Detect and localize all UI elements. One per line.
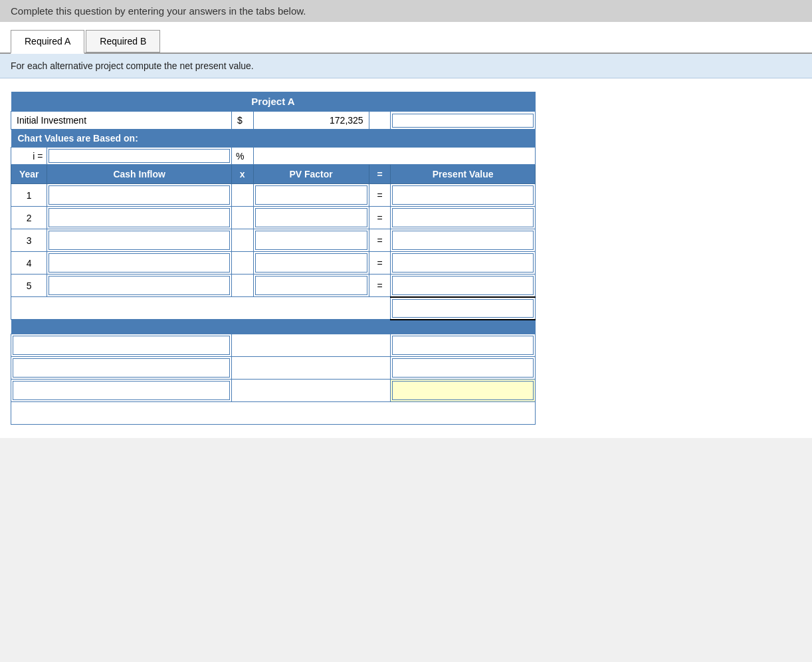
initial-investment-input[interactable]	[391, 112, 536, 130]
cash-inflow-1-input[interactable]	[49, 185, 230, 205]
cash-inflow-1-cell[interactable]	[47, 184, 232, 207]
main-content: Project A Initial Investment $ 172,325 C…	[0, 78, 812, 438]
cash-inflow-3-input[interactable]	[49, 231, 230, 250]
extra-row-subtotal	[11, 297, 536, 320]
pv-1-input[interactable]	[392, 185, 534, 205]
year-5: 5	[11, 275, 47, 297]
npv-value-input[interactable]	[392, 381, 534, 400]
data-row-2: 2 =	[11, 207, 536, 229]
eq-3: =	[369, 229, 391, 252]
pv-factor-2-input[interactable]	[255, 208, 367, 227]
cash-inflow-4-input[interactable]	[49, 253, 230, 273]
initial-investment-empty1	[369, 112, 391, 130]
data-row-5: 5 =	[11, 275, 536, 297]
instructions-text: For each alternative project compute the…	[11, 60, 254, 71]
cash-inflow-5-cell[interactable]	[47, 275, 232, 297]
bottom-row	[11, 402, 536, 425]
pv-factor-3-input[interactable]	[255, 231, 367, 250]
chart-values-label: Chart Values are Based on:	[11, 130, 536, 148]
extra-row-left	[11, 297, 391, 320]
subtotal-pv-input[interactable]	[392, 299, 534, 318]
i-input-cell[interactable]	[47, 148, 232, 165]
year-3: 3	[11, 229, 47, 252]
x-2	[231, 207, 253, 229]
initial-investment-label: Initial Investment	[11, 112, 232, 130]
pv-3-cell[interactable]	[391, 229, 536, 252]
summary-2-empty	[231, 357, 390, 380]
pv-4-input[interactable]	[392, 253, 534, 273]
x-5	[231, 275, 253, 297]
data-row-3: 3 =	[11, 229, 536, 252]
summary-label-1-cell[interactable]	[11, 334, 232, 357]
pv-factor-4-cell[interactable]	[253, 252, 369, 275]
summary-label-2-cell[interactable]	[11, 357, 232, 380]
initial-investment-value: 172,325	[253, 112, 369, 130]
x-4	[231, 252, 253, 275]
project-header-row: Project A	[11, 92, 536, 112]
pv-factor-5-cell[interactable]	[253, 275, 369, 297]
dollar-sign: $	[231, 112, 253, 130]
blue-separator-cell	[11, 320, 536, 334]
pv-1-cell[interactable]	[391, 184, 536, 207]
x-3	[231, 229, 253, 252]
npv-label-cell[interactable]	[11, 380, 232, 402]
blue-separator	[11, 320, 536, 334]
cash-inflow-5-input[interactable]	[49, 276, 230, 295]
summary-label-1-input[interactable]	[13, 336, 230, 355]
summary-pv-2-input[interactable]	[392, 358, 534, 378]
npv-label-input[interactable]	[13, 381, 230, 400]
year-4: 4	[11, 252, 47, 275]
col-cash-inflow: Cash Inflow	[47, 165, 232, 184]
summary-pv-1-input[interactable]	[392, 336, 534, 355]
top-bar-text: Complete this question by entering your …	[11, 5, 306, 17]
cash-inflow-4-cell[interactable]	[47, 252, 232, 275]
pv-factor-2-cell[interactable]	[253, 207, 369, 229]
pv-2-cell[interactable]	[391, 207, 536, 229]
tabs-container: Required A Required B	[0, 22, 812, 54]
summary-pv-1-cell[interactable]	[391, 334, 536, 357]
pv-factor-1-input[interactable]	[255, 185, 367, 205]
chart-values-row: Chart Values are Based on:	[11, 130, 536, 148]
summary-pv-2-cell[interactable]	[391, 357, 536, 380]
i-input-field[interactable]	[49, 149, 230, 163]
cash-inflow-3-cell[interactable]	[47, 229, 232, 252]
top-bar: Complete this question by entering your …	[0, 0, 812, 22]
pv-5-cell[interactable]	[391, 275, 536, 297]
col-present-value: Present Value	[391, 165, 536, 184]
summary-1-empty	[231, 334, 390, 357]
percent-sign: %	[231, 148, 253, 165]
col-headers-row: Year Cash Inflow x PV Factor = Present V…	[11, 165, 536, 184]
summary-row-2	[11, 357, 536, 380]
cash-inflow-2-input[interactable]	[49, 208, 230, 227]
x-1	[231, 184, 253, 207]
npv-empty	[231, 380, 390, 402]
instructions-bar: For each alternative project compute the…	[0, 54, 812, 78]
tab-required-b[interactable]: Required B	[86, 30, 160, 53]
pv-4-cell[interactable]	[391, 252, 536, 275]
summary-label-2-input[interactable]	[13, 358, 230, 378]
col-equals: =	[369, 165, 391, 184]
eq-1: =	[369, 184, 391, 207]
initial-investment-field[interactable]	[392, 114, 534, 128]
eq-5: =	[369, 275, 391, 297]
pv-factor-3-cell[interactable]	[253, 229, 369, 252]
pv-factor-4-input[interactable]	[255, 253, 367, 273]
project-a-header: Project A	[11, 92, 536, 112]
subtotal-pv-cell[interactable]	[391, 297, 536, 320]
data-row-4: 4 =	[11, 252, 536, 275]
col-year: Year	[11, 165, 47, 184]
pv-factor-5-input[interactable]	[255, 276, 367, 295]
cash-inflow-2-cell[interactable]	[47, 207, 232, 229]
i-row: i = %	[11, 148, 536, 165]
summary-row-1	[11, 334, 536, 357]
pv-factor-1-cell[interactable]	[253, 184, 369, 207]
pv-3-input[interactable]	[392, 231, 534, 250]
pv-2-input[interactable]	[392, 208, 534, 227]
npv-value-cell[interactable]	[391, 380, 536, 402]
year-1: 1	[11, 184, 47, 207]
data-row-1: 1 =	[11, 184, 536, 207]
i-label: i =	[11, 148, 47, 165]
year-2: 2	[11, 207, 47, 229]
pv-5-input[interactable]	[392, 276, 534, 295]
tab-required-a[interactable]: Required A	[11, 30, 84, 54]
